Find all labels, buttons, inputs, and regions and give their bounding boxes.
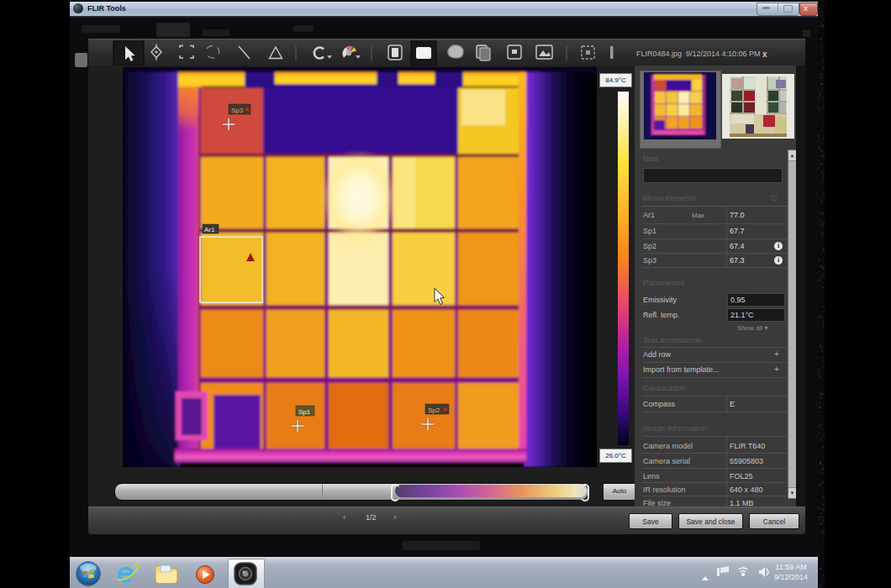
svg-text:x: x (762, 50, 767, 59)
svg-text:Sp1: Sp1 (298, 408, 311, 416)
svg-text:Ar1: Ar1 (204, 226, 215, 234)
svg-text:FLIR0484.jpg 9/12/2014 4:10:0: FLIR0484.jpg 9/12/2014 4:10:06 PM (636, 50, 761, 58)
svg-text:Sp2: Sp2 (428, 407, 440, 414)
svg-text:Sp3: Sp3 (231, 107, 244, 114)
